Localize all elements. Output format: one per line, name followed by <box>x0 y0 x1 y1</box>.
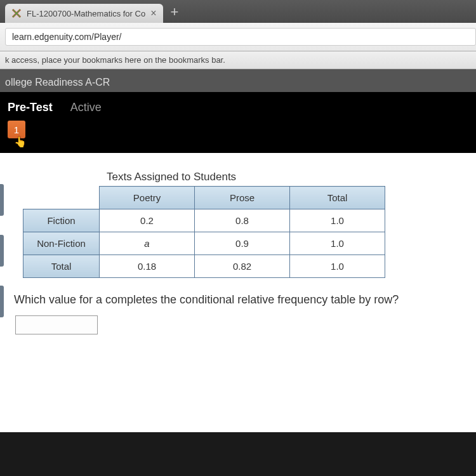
course-header: ollege Readiness A-CR <box>0 69 476 92</box>
table-cell: 0.82 <box>195 255 290 278</box>
course-title: ollege Readiness A-CR <box>5 77 110 88</box>
test-bar: Pre-Test Active 1 👆 <box>0 92 476 153</box>
question-text: Which value for a completes the conditio… <box>14 293 465 307</box>
col-header: Prose <box>195 187 290 209</box>
row-header: Total <box>23 255 100 278</box>
url-input[interactable]: learn.edgenuity.com/Player/ <box>5 28 476 46</box>
left-side-tabs <box>0 184 4 317</box>
question-panel: Texts Assigned to Students Poetry Prose … <box>0 153 476 432</box>
answer-input[interactable] <box>15 315 98 334</box>
table-cell: 0.18 <box>100 255 195 278</box>
close-tab-icon[interactable]: × <box>150 8 156 19</box>
browser-tab[interactable]: FL-1200700-Mathematics for Co × <box>5 4 163 23</box>
table-title: Texts Assigned to Students <box>107 171 465 183</box>
col-header: Total <box>290 187 385 209</box>
address-bar: learn.edgenuity.com/Player/ <box>0 23 476 51</box>
bookmark-bar: k access, place your bookmarks here on t… <box>0 51 476 69</box>
table-cell: 1.0 <box>290 232 385 255</box>
tab-favicon-x-icon <box>11 8 22 18</box>
row-header: Fiction <box>23 209 100 232</box>
side-tab[interactable] <box>0 286 4 317</box>
browser-tab-bar: FL-1200700-Mathematics for Co × + <box>0 0 476 23</box>
pretest-label: Pre-Test <box>8 101 53 114</box>
table-cell-variable: a <box>100 232 195 255</box>
bookmark-hint: k access, place your bookmarks here on t… <box>5 55 225 65</box>
table-cell: 1.0 <box>290 209 385 232</box>
table-row: Total 0.18 0.82 1.0 <box>23 255 385 278</box>
side-tab[interactable] <box>0 235 4 267</box>
col-header: Poetry <box>100 187 195 209</box>
tab-title: FL-1200700-Mathematics for Co <box>27 9 145 18</box>
table-row: Fiction 0.2 0.8 1.0 <box>23 209 385 232</box>
cursor-hand-icon: 👆 <box>14 136 468 148</box>
table-cell: 0.2 <box>100 209 195 232</box>
table-corner <box>23 187 100 209</box>
side-tab[interactable] <box>0 184 4 216</box>
table-row: Non-Fiction a 0.9 1.0 <box>23 232 385 255</box>
table-cell: 1.0 <box>290 255 385 278</box>
table-cell: 0.8 <box>195 209 290 232</box>
frequency-table: Poetry Prose Total Fiction 0.2 0.8 1.0 N… <box>23 186 385 278</box>
active-label: Active <box>70 101 102 114</box>
new-tab-button[interactable]: + <box>163 1 187 23</box>
row-header: Non-Fiction <box>23 232 100 255</box>
table-cell: 0.9 <box>195 232 290 255</box>
